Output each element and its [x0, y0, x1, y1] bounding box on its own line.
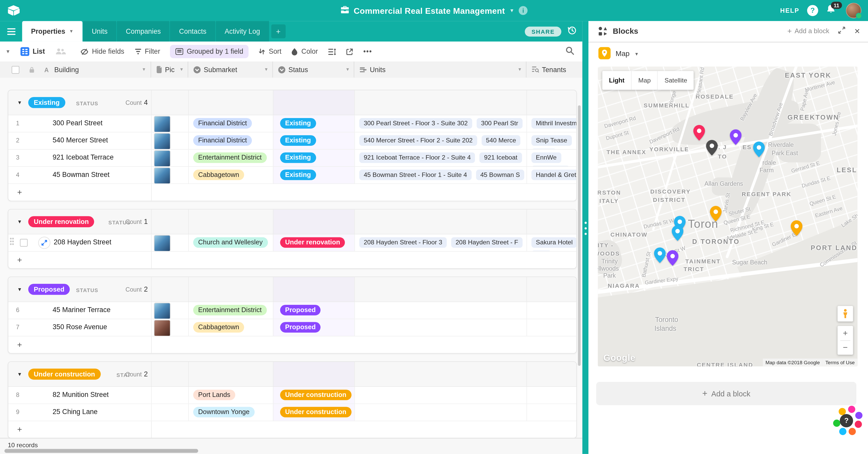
help-button[interactable]: HELP [780, 7, 799, 14]
status-cell[interactable]: Under construction [273, 404, 354, 421]
group-header[interactable]: ▼Under constructionSTATCount2 [8, 362, 576, 387]
block-type-caret-icon[interactable]: ▼ [634, 52, 639, 57]
add-record-row[interactable]: + [8, 421, 576, 438]
map-pin-existing[interactable] [753, 141, 765, 160]
unit-link-pill[interactable]: 540 Mercer Street - Floor 2 - Suite 202 [360, 135, 477, 146]
tab-companies[interactable]: Companies [117, 21, 169, 41]
history-icon[interactable] [567, 25, 577, 37]
add-table-button[interactable]: + [271, 24, 285, 38]
submarket-cell[interactable]: Downtown Yonge [188, 404, 273, 421]
group-collapse-icon[interactable]: ▼ [17, 219, 22, 224]
building-photo[interactable] [154, 116, 170, 132]
tab-contacts[interactable]: Contacts [170, 21, 215, 41]
building-photo[interactable] [154, 320, 170, 336]
pic-cell[interactable] [151, 150, 188, 166]
tab-properties[interactable]: Properties▼ [22, 21, 82, 41]
add-block-button[interactable]: +Add a block [596, 382, 856, 405]
map-pin-under-construction[interactable] [790, 220, 802, 238]
street-view-pegman[interactable] [837, 306, 853, 321]
table-row[interactable]: 1300 Pearl StreetFinancial DistrictExist… [8, 115, 576, 132]
status-cell[interactable]: Under construction [273, 387, 354, 403]
info-icon[interactable]: i [519, 6, 528, 15]
view-switcher[interactable]: List [21, 47, 45, 56]
group-button[interactable]: Grouped by 1 field [170, 45, 249, 58]
submarket-cell[interactable]: Financial District [188, 133, 273, 149]
active-tab-caret-icon[interactable]: ▼ [69, 29, 73, 34]
unit-link-pill[interactable]: 208 Hayden Street - F [451, 237, 523, 248]
status-cell[interactable]: Proposed [273, 319, 354, 336]
pic-cell[interactable] [151, 167, 188, 183]
building-photo[interactable] [154, 303, 170, 319]
table-row[interactable]: 882 Munition StreetPort LandsUnder const… [8, 387, 576, 404]
column-status-caret-icon[interactable]: ▼ [345, 67, 350, 72]
tab-activity-log[interactable]: Activity Log [216, 21, 269, 41]
map-layer-satellite[interactable]: Satellite [658, 71, 694, 90]
building-photo[interactable] [154, 235, 170, 251]
status-cell[interactable]: Existing [273, 150, 354, 166]
column-pic[interactable]: Pic [165, 61, 175, 78]
units-cell[interactable]: 45 Bowman Street - Floor 1 - Suite 445 B… [354, 167, 526, 183]
pic-cell[interactable] [151, 387, 188, 403]
submarket-cell[interactable]: Church and Wellesley [188, 234, 273, 251]
tenants-cell[interactable]: Handel & Gretel P [527, 167, 576, 183]
close-panel-icon[interactable]: ✕ [854, 27, 860, 35]
tenant-link-pill[interactable]: Snip Tease [531, 135, 571, 146]
submarket-cell[interactable]: Entertainment District [188, 150, 273, 166]
column-submarket[interactable]: Submarket [204, 61, 237, 78]
column-units-caret-icon[interactable]: ▼ [518, 67, 522, 72]
avatar[interactable] [846, 3, 862, 19]
horizontal-scrollbar[interactable] [4, 449, 198, 453]
add-record-row[interactable]: + [8, 252, 576, 268]
tenant-link-pill[interactable]: Sakura Hotel [531, 237, 576, 248]
group-collapse-icon[interactable]: ▼ [17, 287, 22, 292]
table-row[interactable]: 208 Hayden StreetChurch and WellesleyUnd… [8, 234, 576, 252]
base-title-caret-icon[interactable]: ▼ [509, 8, 514, 13]
tenant-link-pill[interactable]: Mithril Investment [531, 118, 576, 129]
pic-cell[interactable] [151, 302, 188, 319]
unit-link-pill[interactable]: 921 Iceboat Terrace - Floor 2 - Suite 4 [360, 152, 475, 163]
building-photo[interactable] [154, 167, 170, 183]
tenants-cell[interactable] [527, 302, 576, 319]
help-widget[interactable]: ? [832, 406, 862, 435]
submarket-cell[interactable]: Financial District [188, 115, 273, 132]
add-record-row[interactable]: + [8, 184, 576, 201]
column-building-caret-icon[interactable]: ▼ [142, 67, 146, 72]
group-header[interactable]: ▼ExistingSTATUSCount4 [8, 90, 576, 115]
map-pin-under-renovation[interactable] [693, 125, 705, 143]
more-options-icon[interactable]: ••• [363, 48, 372, 56]
terms-of-use-link[interactable]: Terms of Use [823, 359, 858, 366]
zoom-in-button[interactable]: + [837, 326, 853, 340]
tenant-link-pill[interactable]: Sak [531, 251, 551, 251]
column-status[interactable]: Status [288, 61, 308, 78]
map-pin-existing[interactable] [654, 247, 665, 265]
submarket-cell[interactable]: Cabbagetown [188, 319, 273, 336]
units-cell[interactable] [354, 387, 526, 403]
units-cell[interactable]: 921 Iceboat Terrace - Floor 2 - Suite 49… [354, 150, 526, 166]
add-record-plus-icon[interactable]: + [17, 255, 22, 264]
map-pin-existing[interactable] [672, 225, 684, 244]
tenants-cell[interactable]: EnnWeSaurus Fu [527, 150, 576, 166]
status-cell[interactable]: Proposed [273, 302, 354, 319]
units-cell[interactable] [354, 404, 526, 421]
map-layer-light[interactable]: Light [602, 71, 631, 90]
table-row[interactable]: 7350 Rose AvenueCabbagetownProposed [8, 319, 576, 337]
help-question-icon[interactable]: ? [840, 414, 853, 427]
map-pin-other[interactable] [706, 140, 718, 158]
group-header[interactable]: ▼Under renovationSTATUSCount1 [8, 209, 576, 234]
column-units[interactable]: Units [370, 61, 385, 78]
unit-link-pill[interactable]: 300 Pearl Str [476, 118, 523, 129]
drag-handle-icon[interactable] [10, 238, 14, 246]
share-view-icon[interactable] [346, 48, 353, 55]
expand-record-icon[interactable] [38, 236, 50, 249]
submarket-cell[interactable]: Port Lands [188, 387, 273, 403]
unit-link-pill[interactable]: 45 Bowman Street - Floor 1 - Suite 4 [360, 170, 471, 180]
select-all-checkbox[interactable] [12, 66, 20, 74]
sort-button[interactable]: Sort [259, 48, 281, 56]
tenants-cell[interactable] [527, 387, 576, 403]
map-pin-under-construction[interactable] [710, 206, 722, 224]
group-collapse-icon[interactable]: ▼ [17, 371, 22, 377]
column-tenants[interactable]: Tenants [542, 61, 566, 78]
filter-button[interactable]: Filter [134, 48, 160, 56]
tenant-link-pill[interactable]: Saurus Fu [531, 166, 570, 166]
unit-link-pill[interactable]: 208 Hayden Street - Floor 3 [360, 237, 447, 248]
